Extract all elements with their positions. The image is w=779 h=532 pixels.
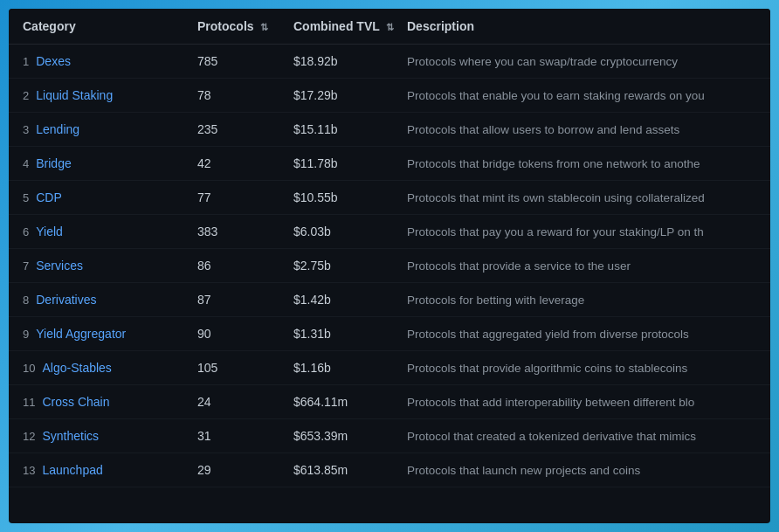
cell-description: Protocols that enable you to earn stakin…	[393, 79, 770, 113]
cell-description: Protocols that provide algorithmic coins…	[393, 351, 770, 385]
cell-protocols: 31	[183, 419, 279, 453]
category-link[interactable]: Services	[36, 259, 83, 273]
category-link[interactable]: Synthetics	[42, 429, 99, 443]
category-link[interactable]: Yield Aggregator	[36, 327, 126, 341]
description-text: Protocols for betting with leverage	[407, 294, 584, 307]
category-link[interactable]: CDP	[36, 190, 62, 204]
description-text: Protocols that add interoperability betw…	[407, 396, 694, 409]
cell-description: Protocols that aggregated yield from div…	[393, 317, 770, 351]
cell-tvl: $10.55b	[279, 181, 393, 215]
row-number: 3	[23, 123, 29, 136]
header-protocols[interactable]: Protocols ⇅	[183, 9, 279, 45]
cell-description: Protocols for betting with leverage	[393, 283, 770, 317]
table-header-row: Category Protocols ⇅ Combined TVL ⇅ Desc…	[9, 9, 770, 45]
cell-protocols: 105	[183, 351, 279, 385]
category-link[interactable]: Dexes	[36, 54, 71, 68]
header-description: Description	[393, 9, 770, 45]
header-tvl[interactable]: Combined TVL ⇅	[279, 9, 393, 45]
cell-protocols: 29	[183, 453, 279, 487]
cell-description: Protocols that provide a service to the …	[393, 249, 770, 283]
cell-tvl: $18.92b	[279, 45, 393, 79]
row-number: 11	[23, 396, 35, 409]
table-row: 11Cross Chain24$664.11mProtocols that ad…	[9, 385, 770, 419]
cell-protocols: 86	[183, 249, 279, 283]
description-text: Protocols where you can swap/trade crypt…	[407, 55, 678, 68]
table-body: 1Dexes785$18.92bProtocols where you can …	[9, 45, 770, 487]
table-row: 13Launchpad29$613.85mProtocols that laun…	[9, 453, 770, 487]
cell-category: 7Services	[9, 249, 183, 283]
cell-category: 13Launchpad	[9, 453, 183, 487]
cell-tvl: $2.75b	[279, 249, 393, 283]
cell-category: 3Lending	[9, 113, 183, 147]
row-number: 2	[23, 89, 29, 102]
cell-protocols: 24	[183, 385, 279, 419]
cell-category: 6Yield	[9, 215, 183, 249]
cell-category: 12Synthetics	[9, 419, 183, 453]
table-row: 7Services86$2.75bProtocols that provide …	[9, 249, 770, 283]
cell-category: 9Yield Aggregator	[9, 317, 183, 351]
cell-tvl: $6.03b	[279, 215, 393, 249]
cell-protocols: 235	[183, 113, 279, 147]
category-link[interactable]: Lending	[36, 122, 79, 136]
table-row: 8Derivatives87$1.42bProtocols for bettin…	[9, 283, 770, 317]
row-number: 5	[23, 191, 29, 204]
table-row: 6Yield383$6.03bProtocols that pay you a …	[9, 215, 770, 249]
main-table-container: Category Protocols ⇅ Combined TVL ⇅ Desc…	[9, 9, 770, 523]
cell-description: Protocols that allow users to borrow and…	[393, 113, 770, 147]
cell-description: Protocols where you can swap/trade crypt…	[393, 45, 770, 79]
row-number: 1	[23, 55, 29, 68]
description-text: Protocols that allow users to borrow and…	[407, 123, 679, 136]
description-text: Protocols that pay you a reward for your…	[407, 225, 704, 238]
cell-category: 10Algo-Stables	[9, 351, 183, 385]
category-link[interactable]: Cross Chain	[42, 395, 109, 409]
category-link[interactable]: Yield	[36, 225, 63, 238]
cell-tvl: $11.78b	[279, 147, 393, 181]
cell-protocols: 42	[183, 147, 279, 181]
category-link[interactable]: Derivatives	[36, 293, 96, 307]
table-row: 9Yield Aggregator90$1.31bProtocols that …	[9, 317, 770, 351]
cell-protocols: 90	[183, 317, 279, 351]
row-number: 9	[23, 328, 29, 341]
cell-category: 11Cross Chain	[9, 385, 183, 419]
cell-protocols: 78	[183, 79, 279, 113]
table-row: 4Bridge42$11.78bProtocols that bridge to…	[9, 147, 770, 181]
cell-protocols: 383	[183, 215, 279, 249]
description-text: Protocols that provide a service to the …	[407, 259, 631, 273]
sort-icon-tvl: ⇅	[386, 22, 394, 33]
cell-protocols: 87	[183, 283, 279, 317]
cell-description: Protocols that bridge tokens from one ne…	[393, 147, 770, 181]
header-category: Category	[9, 9, 183, 45]
sort-icon-protocols: ⇅	[260, 22, 268, 33]
row-number: 6	[23, 225, 29, 238]
description-text: Protocols that enable you to earn stakin…	[407, 89, 705, 102]
row-number: 12	[23, 430, 35, 443]
table-row: 5CDP77$10.55bProtocols that mint its own…	[9, 181, 770, 215]
description-text: Protocols that mint its own stablecoin u…	[407, 191, 705, 204]
description-text: Protocols that aggregated yield from div…	[407, 328, 689, 341]
row-number: 10	[23, 362, 35, 375]
cell-description: Protocols that launch new projects and c…	[393, 453, 770, 487]
row-number: 4	[23, 157, 29, 170]
cell-description: Protocols that mint its own stablecoin u…	[393, 181, 770, 215]
cell-description: Protocols that add interoperability betw…	[393, 385, 770, 419]
category-link[interactable]: Launchpad	[42, 463, 102, 477]
cell-tvl: $17.29b	[279, 79, 393, 113]
table-row: 12Synthetics31$653.39mProtocol that crea…	[9, 419, 770, 453]
cell-category: 8Derivatives	[9, 283, 183, 317]
cell-tvl: $15.11b	[279, 113, 393, 147]
cell-category: 4Bridge	[9, 147, 183, 181]
category-link[interactable]: Algo-Stables	[42, 361, 111, 375]
table-row: 3Lending235$15.11bProtocols that allow u…	[9, 113, 770, 147]
cell-protocols: 785	[183, 45, 279, 79]
cell-tvl: $653.39m	[279, 419, 393, 453]
category-link[interactable]: Bridge	[36, 156, 71, 170]
category-link[interactable]: Liquid Staking	[36, 88, 113, 102]
cell-protocols: 77	[183, 181, 279, 215]
table-row: 10Algo-Stables105$1.16bProtocols that pr…	[9, 351, 770, 385]
cell-category: 1Dexes	[9, 45, 183, 79]
cell-tvl: $1.31b	[279, 317, 393, 351]
cell-tvl: $613.85m	[279, 453, 393, 487]
cell-description: Protocols that pay you a reward for your…	[393, 215, 770, 249]
row-number: 7	[23, 259, 29, 273]
cell-tvl: $664.11m	[279, 385, 393, 419]
